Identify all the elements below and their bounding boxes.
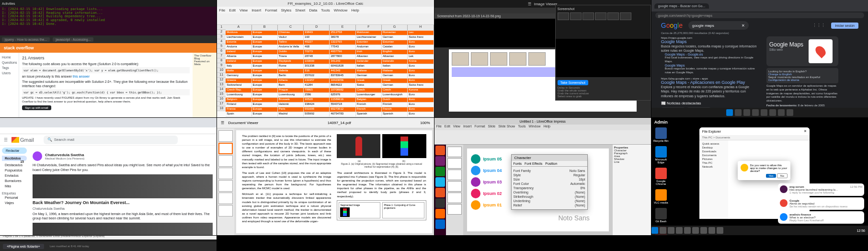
cell[interactable]: Vaduz	[278, 35, 304, 40]
cell[interactable]: Luxembourgish	[382, 93, 408, 98]
cell[interactable]: Europe	[252, 59, 278, 64]
search-input[interactable]: google maps✕	[688, 21, 749, 30]
sidebar-sent[interactable]: Enviados	[2, 173, 27, 178]
cell[interactable]: Brussels	[278, 98, 304, 103]
page-thumbnails[interactable]	[217, 128, 234, 235]
hamburger-icon[interactable]: ☰	[221, 121, 224, 125]
cell[interactable]: 46754783	[330, 112, 355, 117]
col-header[interactable]: C	[278, 25, 304, 31]
cell[interactable]: Icelandic	[382, 59, 408, 64]
nav-item[interactable]: This PC	[701, 161, 727, 165]
col-header[interactable]: G	[382, 25, 408, 31]
menu-insert[interactable]: Insert	[251, 8, 261, 12]
row-header[interactable]: 12	[217, 78, 226, 82]
no-button[interactable]: No	[777, 173, 788, 178]
menu-file[interactable]: File	[436, 125, 442, 130]
cell[interactable]: 10423056	[330, 79, 355, 83]
cell[interactable]: Madrid	[278, 112, 304, 117]
slide-canvas[interactable]: Ipsum 05Ipsum 04Ipsum 03Ipsum 02Ipsum 01…	[463, 145, 613, 235]
cell[interactable]: Icelander	[356, 59, 382, 64]
sender-name[interactable]: Chaturvedula Swetha	[45, 153, 84, 157]
article-title[interactable]: Back Weather? Journey On Mountain Everes…	[33, 200, 213, 205]
cell[interactable]: Koruna	[408, 88, 434, 93]
cell[interactable]: Europe	[252, 88, 278, 93]
nav-item[interactable]: Quick access	[701, 142, 727, 146]
nav-item[interactable]: Network	[701, 165, 727, 169]
page-thumb-selected[interactable]	[218, 143, 233, 154]
slide-thumb[interactable]	[447, 170, 462, 180]
dialog-field[interactable]: Font ColorAutomatic	[514, 182, 585, 186]
cell[interactable]: Czech	[382, 88, 408, 93]
explorer-titlebar[interactable]: File Explorer ✕	[699, 127, 810, 135]
cell[interactable]: Finnish	[382, 103, 408, 107]
apps-icon[interactable]: ⋮⋮⋮	[812, 23, 825, 28]
col-header[interactable]: E	[330, 25, 355, 31]
dialog-field[interactable]: Underlining(None)	[514, 199, 585, 203]
compose-button[interactable]: Redactar	[2, 148, 27, 154]
task-icon[interactable]	[743, 109, 750, 116]
cell[interactable]: Helsinki	[278, 103, 304, 107]
cell[interactable]: 8654622	[330, 83, 355, 88]
cell[interactable]: Moldova	[226, 31, 251, 35]
cell[interactable]: Euro	[408, 79, 434, 83]
cell[interactable]: French	[356, 107, 382, 112]
table-row[interactable]: LuxembourgEuropeLuxembourg2586625976Luxe…	[226, 93, 434, 98]
cell[interactable]: Tallinn	[278, 40, 304, 45]
cell[interactable]: Europe	[252, 69, 278, 74]
cell[interactable]: Luxembourger	[356, 93, 382, 98]
cell[interactable]: Maltese	[356, 69, 382, 74]
table-row[interactable]: EstoniaEuropeTallinn452271322765Estonian…	[226, 40, 434, 45]
preview-th[interactable]	[582, 12, 594, 20]
dialog-field[interactable]: Font FamilyNoto Sans	[514, 169, 585, 173]
cell[interactable]: 28748	[304, 55, 330, 59]
cell[interactable]: Euro	[408, 69, 434, 74]
cell[interactable]: 2512758	[330, 31, 355, 35]
preview-th[interactable]	[607, 12, 619, 20]
page-thumb[interactable]	[218, 180, 233, 192]
task-icon[interactable]	[708, 227, 715, 234]
menu-window[interactable]: Window	[334, 8, 347, 12]
cell[interactable]: Ireland	[226, 50, 251, 55]
cell[interactable]: Spain	[226, 112, 251, 117]
cell[interactable]: 316	[304, 69, 330, 74]
cell[interactable]: Europe	[252, 55, 278, 59]
col-header[interactable]: H	[408, 25, 434, 31]
so-nav-questions[interactable]: Questions	[2, 60, 17, 65]
cell[interactable]: 551695	[304, 107, 330, 112]
cell[interactable]: Swiss	[356, 83, 382, 88]
row-header[interactable]: 4	[217, 39, 226, 44]
cell[interactable]: 83783945	[330, 74, 355, 79]
task-icon[interactable]	[684, 227, 691, 234]
menu-slide[interactable]: Slide	[488, 125, 496, 130]
cell[interactable]: 357022	[304, 74, 330, 79]
col-header[interactable]: D	[304, 25, 330, 31]
chrome-tabbar[interactable]	[0, 118, 217, 127]
cell[interactable]: Europe	[252, 40, 278, 45]
launcher-icon[interactable]	[435, 209, 445, 218]
cell[interactable]: Europe	[252, 45, 278, 50]
page-thumb[interactable]	[218, 155, 233, 167]
cell[interactable]: Berlin	[278, 74, 304, 79]
menu-data[interactable]: Data	[309, 8, 317, 12]
cell[interactable]: Euro	[408, 93, 434, 98]
task-icon[interactable]	[778, 109, 785, 116]
row-header[interactable]: 6	[217, 49, 226, 54]
cell[interactable]: 2586	[304, 93, 330, 98]
so-nav-users[interactable]: Users	[2, 70, 17, 76]
menu-edit[interactable]: Edit	[229, 8, 236, 12]
launcher-icon[interactable]	[435, 146, 445, 155]
calc-toolbar[interactable]	[217, 13, 434, 25]
launcher-icon[interactable]	[435, 156, 445, 166]
table-row[interactable]: MaltaEuropeValletta316441543MalteseMalte…	[226, 69, 434, 74]
dialog-field[interactable]: StyleRegular	[514, 173, 585, 177]
chrome-urlbar[interactable]	[0, 127, 217, 134]
cell[interactable]: Euro	[408, 98, 434, 103]
cell[interactable]: Malta	[226, 69, 251, 74]
clock[interactable]: 12:56	[857, 229, 865, 232]
cell[interactable]: Euro	[408, 112, 434, 117]
page-thumb[interactable]	[218, 168, 233, 179]
character-dialog[interactable]: Character Fonts Font Effects Position Fo…	[511, 154, 588, 210]
sidebar-snoozed[interactable]: Pospuestos	[2, 168, 27, 173]
table-row[interactable]: AlbaniaEuropeTirana287482877800AlbanianA…	[226, 55, 434, 59]
cell[interactable]: Athens	[278, 79, 304, 83]
